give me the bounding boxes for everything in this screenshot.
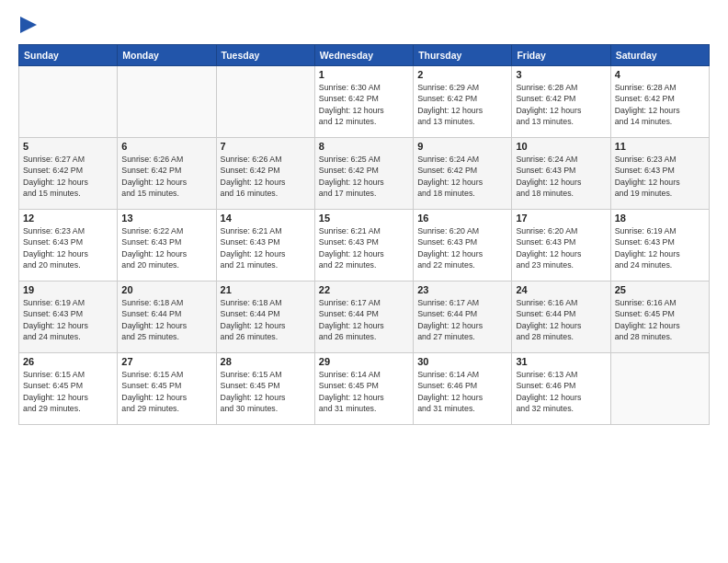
day-cell: 3Sunrise: 6:28 AM Sunset: 6:42 PM Daylig… [512, 66, 610, 138]
day-number: 26 [23, 356, 113, 367]
day-number: 4 [615, 69, 705, 80]
day-cell [216, 66, 314, 138]
day-info: Sunrise: 6:20 AM Sunset: 6:43 PM Dayligh… [417, 225, 507, 270]
week-row-4: 19Sunrise: 6:19 AM Sunset: 6:43 PM Dayli… [19, 282, 710, 353]
header-wednesday: Wednesday [314, 45, 413, 66]
week-row-5: 26Sunrise: 6:15 AM Sunset: 6:45 PM Dayli… [19, 353, 710, 425]
day-cell: 14Sunrise: 6:21 AM Sunset: 6:43 PM Dayli… [216, 210, 314, 282]
day-info: Sunrise: 6:15 AM Sunset: 6:45 PM Dayligh… [121, 369, 211, 414]
day-cell: 16Sunrise: 6:20 AM Sunset: 6:43 PM Dayli… [414, 210, 512, 282]
day-cell: 1Sunrise: 6:30 AM Sunset: 6:42 PM Daylig… [314, 66, 413, 138]
day-info: Sunrise: 6:20 AM Sunset: 6:43 PM Dayligh… [516, 225, 606, 270]
day-cell: 2Sunrise: 6:29 AM Sunset: 6:42 PM Daylig… [414, 66, 512, 138]
day-number: 8 [319, 141, 409, 152]
day-number: 31 [516, 356, 606, 367]
day-cell: 6Sunrise: 6:26 AM Sunset: 6:42 PM Daylig… [118, 138, 216, 210]
day-number: 16 [417, 213, 507, 224]
day-number: 9 [417, 141, 507, 152]
day-info: Sunrise: 6:25 AM Sunset: 6:42 PM Dayligh… [319, 154, 409, 199]
day-info: Sunrise: 6:14 AM Sunset: 6:46 PM Dayligh… [417, 369, 507, 414]
day-info: Sunrise: 6:16 AM Sunset: 6:45 PM Dayligh… [615, 297, 705, 342]
day-number: 7 [221, 141, 311, 152]
day-cell: 29Sunrise: 6:14 AM Sunset: 6:45 PM Dayli… [314, 353, 413, 425]
day-info: Sunrise: 6:28 AM Sunset: 6:42 PM Dayligh… [516, 82, 606, 127]
day-info: Sunrise: 6:19 AM Sunset: 6:43 PM Dayligh… [615, 225, 705, 270]
day-cell: 23Sunrise: 6:17 AM Sunset: 6:44 PM Dayli… [414, 282, 512, 353]
day-cell: 24Sunrise: 6:16 AM Sunset: 6:44 PM Dayli… [512, 282, 610, 353]
day-info: Sunrise: 6:24 AM Sunset: 6:42 PM Dayligh… [417, 154, 507, 199]
day-info: Sunrise: 6:16 AM Sunset: 6:44 PM Dayligh… [516, 297, 606, 342]
day-info: Sunrise: 6:26 AM Sunset: 6:42 PM Dayligh… [121, 154, 211, 199]
header [18, 15, 710, 37]
day-cell: 25Sunrise: 6:16 AM Sunset: 6:45 PM Dayli… [610, 282, 709, 353]
header-row: SundayMondayTuesdayWednesdayThursdayFrid… [19, 45, 710, 66]
day-number: 15 [319, 213, 409, 224]
day-number: 12 [23, 213, 113, 224]
day-cell: 7Sunrise: 6:26 AM Sunset: 6:42 PM Daylig… [216, 138, 314, 210]
svg-marker-0 [20, 17, 37, 33]
day-cell: 9Sunrise: 6:24 AM Sunset: 6:42 PM Daylig… [414, 138, 512, 210]
day-cell: 22Sunrise: 6:17 AM Sunset: 6:44 PM Dayli… [314, 282, 413, 353]
day-info: Sunrise: 6:29 AM Sunset: 6:42 PM Dayligh… [417, 82, 507, 127]
day-cell [19, 66, 118, 138]
day-cell: 26Sunrise: 6:15 AM Sunset: 6:45 PM Dayli… [19, 353, 118, 425]
day-info: Sunrise: 6:17 AM Sunset: 6:44 PM Dayligh… [417, 297, 507, 342]
day-number: 14 [221, 213, 311, 224]
day-number: 23 [417, 284, 507, 295]
day-cell: 15Sunrise: 6:21 AM Sunset: 6:43 PM Dayli… [314, 210, 413, 282]
logo [18, 15, 37, 37]
logo-icon [20, 17, 37, 33]
day-number: 2 [417, 69, 507, 80]
header-saturday: Saturday [610, 45, 709, 66]
day-cell: 27Sunrise: 6:15 AM Sunset: 6:45 PM Dayli… [118, 353, 216, 425]
day-info: Sunrise: 6:19 AM Sunset: 6:43 PM Dayligh… [23, 297, 113, 342]
day-number: 21 [221, 284, 311, 295]
day-info: Sunrise: 6:17 AM Sunset: 6:44 PM Dayligh… [319, 297, 409, 342]
day-number: 3 [516, 69, 606, 80]
day-number: 18 [615, 213, 705, 224]
page: SundayMondayTuesdayWednesdayThursdayFrid… [0, 0, 728, 563]
week-row-1: 1Sunrise: 6:30 AM Sunset: 6:42 PM Daylig… [19, 66, 710, 138]
day-info: Sunrise: 6:23 AM Sunset: 6:43 PM Dayligh… [23, 225, 113, 270]
day-cell: 12Sunrise: 6:23 AM Sunset: 6:43 PM Dayli… [19, 210, 118, 282]
day-cell: 18Sunrise: 6:19 AM Sunset: 6:43 PM Dayli… [610, 210, 709, 282]
day-cell: 13Sunrise: 6:22 AM Sunset: 6:43 PM Dayli… [118, 210, 216, 282]
day-number: 11 [615, 141, 705, 152]
day-cell: 31Sunrise: 6:13 AM Sunset: 6:46 PM Dayli… [512, 353, 610, 425]
day-cell: 4Sunrise: 6:28 AM Sunset: 6:42 PM Daylig… [610, 66, 709, 138]
day-cell: 10Sunrise: 6:24 AM Sunset: 6:43 PM Dayli… [512, 138, 610, 210]
day-number: 19 [23, 284, 113, 295]
day-cell [118, 66, 216, 138]
day-number: 6 [121, 141, 211, 152]
day-number: 1 [319, 69, 409, 80]
header-sunday: Sunday [19, 45, 118, 66]
header-tuesday: Tuesday [216, 45, 314, 66]
day-cell: 30Sunrise: 6:14 AM Sunset: 6:46 PM Dayli… [414, 353, 512, 425]
header-thursday: Thursday [414, 45, 512, 66]
day-number: 30 [417, 356, 507, 367]
day-number: 24 [516, 284, 606, 295]
day-cell: 19Sunrise: 6:19 AM Sunset: 6:43 PM Dayli… [19, 282, 118, 353]
day-cell: 8Sunrise: 6:25 AM Sunset: 6:42 PM Daylig… [314, 138, 413, 210]
day-info: Sunrise: 6:26 AM Sunset: 6:42 PM Dayligh… [221, 154, 311, 199]
day-info: Sunrise: 6:27 AM Sunset: 6:42 PM Dayligh… [23, 154, 113, 199]
header-monday: Monday [118, 45, 216, 66]
day-info: Sunrise: 6:13 AM Sunset: 6:46 PM Dayligh… [516, 369, 606, 414]
day-info: Sunrise: 6:21 AM Sunset: 6:43 PM Dayligh… [221, 225, 311, 270]
day-info: Sunrise: 6:15 AM Sunset: 6:45 PM Dayligh… [221, 369, 311, 414]
day-info: Sunrise: 6:21 AM Sunset: 6:43 PM Dayligh… [319, 225, 409, 270]
day-number: 28 [221, 356, 311, 367]
day-info: Sunrise: 6:15 AM Sunset: 6:45 PM Dayligh… [23, 369, 113, 414]
day-cell: 20Sunrise: 6:18 AM Sunset: 6:44 PM Dayli… [118, 282, 216, 353]
day-info: Sunrise: 6:22 AM Sunset: 6:43 PM Dayligh… [121, 225, 211, 270]
week-row-2: 5Sunrise: 6:27 AM Sunset: 6:42 PM Daylig… [19, 138, 710, 210]
calendar-table: SundayMondayTuesdayWednesdayThursdayFrid… [18, 44, 710, 425]
day-number: 29 [319, 356, 409, 367]
header-friday: Friday [512, 45, 610, 66]
day-number: 20 [121, 284, 211, 295]
day-cell: 21Sunrise: 6:18 AM Sunset: 6:44 PM Dayli… [216, 282, 314, 353]
day-info: Sunrise: 6:14 AM Sunset: 6:45 PM Dayligh… [319, 369, 409, 414]
day-number: 13 [121, 213, 211, 224]
week-row-3: 12Sunrise: 6:23 AM Sunset: 6:43 PM Dayli… [19, 210, 710, 282]
day-info: Sunrise: 6:30 AM Sunset: 6:42 PM Dayligh… [319, 82, 409, 127]
